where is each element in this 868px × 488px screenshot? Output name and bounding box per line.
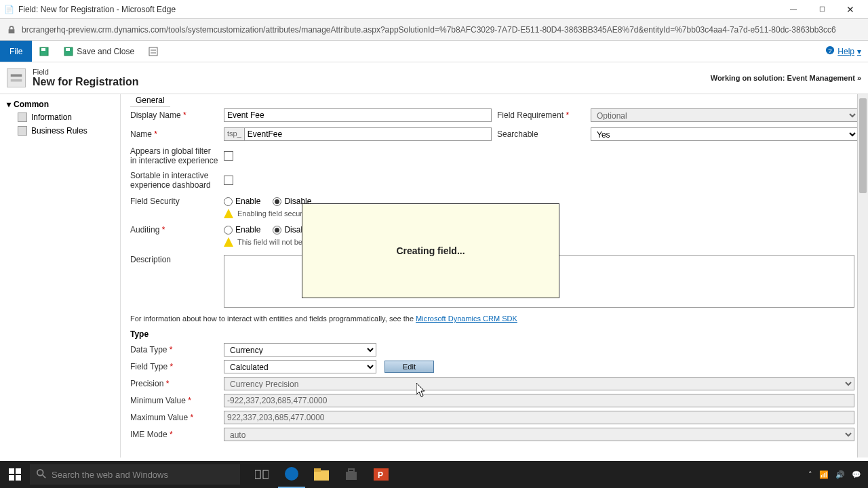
window-title: Field: New for Registration - Microsoft … <box>18 5 176 14</box>
ime-mode-label: IME Mode <box>130 430 218 439</box>
command-bar: File Save and Close ? Help ▾ <box>0 41 868 62</box>
sidebar-item-information[interactable]: Information <box>0 110 120 124</box>
start-button[interactable] <box>0 461 30 488</box>
save-close-label: Save and Close <box>77 47 134 56</box>
minimize-button[interactable]: — <box>780 1 807 18</box>
svg-rect-3 <box>66 48 70 51</box>
svg-text:P: P <box>378 470 383 480</box>
properties-icon <box>148 46 159 57</box>
svg-rect-18 <box>263 470 269 479</box>
svg-text:?: ? <box>829 47 832 54</box>
file-explorer-icon[interactable] <box>308 461 335 488</box>
description-label: Description <box>130 255 218 308</box>
taskbar-search[interactable]: Search the web and Windows <box>30 464 240 485</box>
svg-rect-10 <box>11 79 22 82</box>
min-value-label: Minimum Value <box>130 396 218 405</box>
svg-rect-13 <box>9 475 14 481</box>
close-button[interactable]: ✕ <box>837 1 864 18</box>
search-icon <box>37 469 46 481</box>
svg-rect-21 <box>314 468 321 472</box>
svg-rect-22 <box>346 472 357 480</box>
data-type-select[interactable]: Currency <box>224 343 376 357</box>
name-input[interactable] <box>244 127 492 141</box>
help-label: Help <box>837 47 854 56</box>
notifications-icon[interactable]: 💬 <box>852 470 861 479</box>
svg-rect-4 <box>149 47 157 56</box>
svg-rect-17 <box>255 470 260 479</box>
svg-point-15 <box>37 469 43 475</box>
window-titlebar: 📄 Field: New for Registration - Microsof… <box>0 0 868 19</box>
warning-icon <box>224 237 233 247</box>
solution-label: Working on solution: Event Management » <box>711 74 861 82</box>
auditing-disable-radio[interactable] <box>273 226 281 235</box>
global-filter-checkbox[interactable] <box>224 151 233 161</box>
svg-rect-9 <box>11 75 22 77</box>
precision-label: Precision <box>130 379 218 388</box>
field-type-select[interactable]: Calculated <box>224 360 376 373</box>
ime-mode-select[interactable]: auto <box>224 428 854 441</box>
svg-rect-11 <box>9 468 14 474</box>
tab-general[interactable]: General <box>130 94 170 107</box>
min-value-input[interactable] <box>224 394 854 407</box>
properties-button[interactable] <box>141 41 165 62</box>
help-icon: ? <box>825 45 835 57</box>
network-icon[interactable]: 📶 <box>819 470 829 479</box>
precision-select[interactable]: Currency Precision <box>224 377 854 390</box>
chevron-down-icon: ▾ <box>7 100 11 109</box>
cursor-icon <box>416 383 429 401</box>
sdk-link[interactable]: Microsoft Dynamics CRM SDK <box>416 314 517 323</box>
svg-rect-23 <box>349 469 354 472</box>
field-type-label: Field Type <box>130 362 218 371</box>
info-icon <box>18 113 27 122</box>
sidebar-item-business-rules[interactable]: Business Rules <box>0 124 120 138</box>
field-requirement-select[interactable]: Optional <box>591 108 859 122</box>
tray-chevron-icon[interactable]: ˄ <box>808 470 812 479</box>
global-filter-label: Appears in global filter in interactive … <box>130 146 218 165</box>
task-view-button[interactable] <box>248 461 275 488</box>
security-enable-radio[interactable] <box>224 197 233 206</box>
security-disable-radio[interactable] <box>273 197 281 206</box>
info-text: For information about how to interact wi… <box>130 314 854 323</box>
save-and-close-button[interactable]: Save and Close <box>56 41 141 62</box>
auditing-enable-radio[interactable] <box>224 226 233 235</box>
maximize-button[interactable]: ☐ <box>808 1 835 18</box>
rules-icon <box>18 126 27 136</box>
file-menu[interactable]: File <box>0 41 32 62</box>
chevron-down-icon: ▾ <box>857 47 861 56</box>
svg-rect-20 <box>314 470 329 481</box>
type-heading: Type <box>130 329 854 339</box>
sortable-checkbox[interactable] <box>224 176 233 185</box>
address-text[interactable]: brcrangerhq-preview.crm.dynamics.com/too… <box>22 25 836 35</box>
save-close-icon <box>63 46 74 57</box>
display-name-input[interactable] <box>224 108 492 122</box>
svg-point-19 <box>285 467 298 481</box>
scroll-thumb[interactable] <box>859 98 867 193</box>
store-icon[interactable] <box>338 461 365 488</box>
address-bar: brcrangerhq-preview.crm.dynamics.com/too… <box>0 19 868 41</box>
name-prefix: tsp_ <box>224 127 244 141</box>
save-button[interactable] <box>32 41 56 62</box>
max-value-input[interactable] <box>224 411 854 424</box>
powerpoint-icon[interactable]: P <box>368 461 395 488</box>
svg-line-16 <box>43 474 45 477</box>
edit-button[interactable]: Edit <box>384 361 434 373</box>
lock-icon <box>7 25 16 35</box>
creating-field-modal: Creating field... <box>302 203 559 298</box>
search-placeholder: Search the web and Windows <box>52 470 168 480</box>
help-link[interactable]: ? Help ▾ <box>825 45 861 57</box>
edge-taskbar-icon[interactable] <box>278 461 305 488</box>
vertical-scrollbar[interactable] <box>857 94 868 458</box>
searchable-select[interactable]: Yes <box>591 127 859 141</box>
auditing-label: Auditing <box>130 225 218 235</box>
max-value-label: Maximum Value <box>130 413 218 422</box>
svg-rect-1 <box>41 48 45 51</box>
sidebar-section-common[interactable]: ▾ Common <box>0 98 120 110</box>
field-security-label: Field Security <box>130 197 218 206</box>
sidebar: ▾ Common Information Business Rules <box>0 94 121 458</box>
searchable-label: Searchable <box>497 129 585 139</box>
volume-icon[interactable]: 🔊 <box>835 470 845 479</box>
field-requirement-label: Field Requirement <box>497 110 585 120</box>
svg-rect-12 <box>16 468 21 474</box>
sortable-label: Sortable in interactive experience dashb… <box>130 171 218 190</box>
name-label: Name <box>130 129 218 139</box>
